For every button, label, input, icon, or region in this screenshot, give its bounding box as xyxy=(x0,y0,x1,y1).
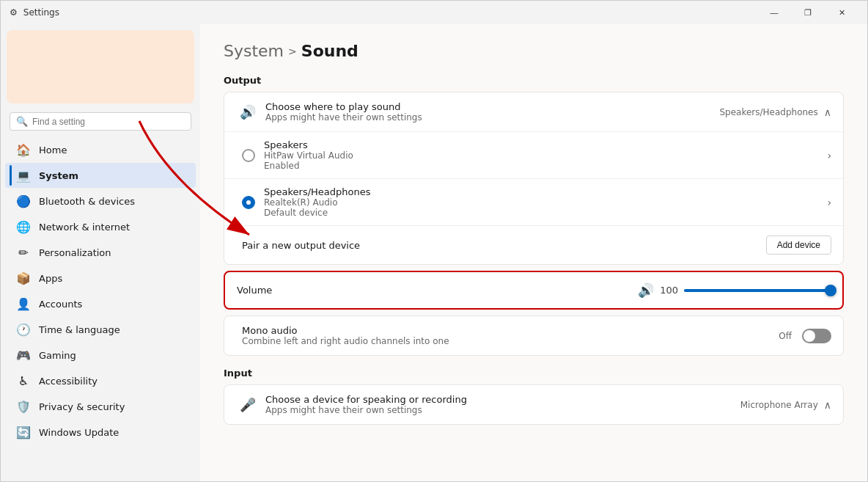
volume-controls: 🔊 100 xyxy=(638,282,831,298)
volume-slider[interactable] xyxy=(684,289,831,292)
sidebar-item-update-label: Windows Update xyxy=(39,427,119,438)
maximize-button[interactable]: ❐ xyxy=(791,1,825,24)
sidebar-item-accounts[interactable]: 👤 Accounts xyxy=(5,291,196,316)
home-icon: 🏠 xyxy=(17,143,30,156)
titlebar-controls: — ❐ ✕ xyxy=(757,1,858,24)
choose-input-content: Choose a device for speaking or recordin… xyxy=(265,394,740,415)
search-bar[interactable]: 🔍 xyxy=(10,112,191,131)
sidebar-nav: 🏠 Home 💻 System 🔵 Bluetooth & devices 🌐 … xyxy=(1,136,200,445)
sidebar-item-update[interactable]: 🔄 Windows Update xyxy=(5,420,196,445)
breadcrumb-separator: > xyxy=(288,45,297,57)
search-icon: 🔍 xyxy=(16,116,28,127)
update-icon: 🔄 xyxy=(17,426,30,439)
sidebar-item-home-label: Home xyxy=(39,145,67,156)
sidebar-item-network[interactable]: 🌐 Network & internet xyxy=(5,214,196,239)
microphone-icon: 🎤 xyxy=(236,397,260,412)
sidebar-item-home[interactable]: 🏠 Home xyxy=(5,137,196,162)
choose-output-content: Choose where to play sound Apps might ha… xyxy=(265,101,719,123)
sidebar-item-personalization[interactable]: ✏️ Personalization xyxy=(5,240,196,265)
close-button[interactable]: ✕ xyxy=(825,1,858,24)
choose-output-sublabel: Apps might have their own settings xyxy=(265,112,719,123)
input-chevron-up-icon: ∧ xyxy=(824,399,831,411)
sidebar-item-apps[interactable]: 📦 Apps xyxy=(5,266,196,291)
choose-output-row[interactable]: 🔊 Choose where to play sound Apps might … xyxy=(224,92,843,132)
sidebar-item-accounts-label: Accounts xyxy=(39,299,82,310)
sidebar-item-accessibility[interactable]: ♿ Accessibility xyxy=(5,368,196,393)
sidebar-item-system[interactable]: 💻 System xyxy=(5,163,196,188)
choose-input-sublabel: Apps might have their own settings xyxy=(265,405,740,415)
choose-input-row[interactable]: 🎤 Choose a device for speaking or record… xyxy=(224,385,843,424)
minimize-button[interactable]: — xyxy=(757,1,791,24)
profile-card xyxy=(7,30,194,103)
apps-icon: 📦 xyxy=(17,271,30,285)
privacy-icon: 🛡️ xyxy=(17,400,30,413)
sidebar-item-time[interactable]: 🕐 Time & language xyxy=(5,317,196,342)
sidebar-item-privacy[interactable]: 🛡️ Privacy & security xyxy=(5,394,196,419)
output-section-title: Output xyxy=(224,75,844,86)
choose-output-value: Speakers/Headphones ∧ xyxy=(719,106,831,118)
speakers-headphones-chevron-icon: › xyxy=(827,197,831,208)
input-section-title: Input xyxy=(224,368,844,379)
sidebar-item-gaming[interactable]: 🎮 Gaming xyxy=(5,343,196,368)
add-device-button[interactable]: Add device xyxy=(766,235,831,255)
choose-input-label: Choose a device for speaking or recordin… xyxy=(265,394,740,405)
content-area: 🔍 🏠 Home 💻 System 🔵 Bluetooth & devices xyxy=(1,24,867,481)
input-card: 🎤 Choose a device for speaking or record… xyxy=(224,384,844,425)
speakers-radio[interactable] xyxy=(242,149,255,162)
accounts-icon: 👤 xyxy=(17,297,30,310)
settings-window: ⚙ Settings — ❐ ✕ 🔍 🏠 Home 💻 xyxy=(0,0,868,482)
pair-device-row: Pair a new output device Add device xyxy=(224,226,843,264)
system-icon: 💻 xyxy=(17,169,30,182)
choose-output-selected: Speakers/Headphones xyxy=(719,107,817,117)
volume-label: Volume xyxy=(237,285,281,296)
volume-slider-fill xyxy=(684,289,831,292)
toggle-knob xyxy=(803,330,815,342)
titlebar: ⚙ Settings — ❐ ✕ xyxy=(1,1,867,24)
speakers-headphones-content: Speakers/Headphones Realtek(R) Audio Def… xyxy=(264,186,818,218)
bluetooth-icon: 🔵 xyxy=(17,194,30,208)
sidebar: 🔍 🏠 Home 💻 System 🔵 Bluetooth & devices xyxy=(1,24,200,481)
mono-audio-toggle-label: Off xyxy=(779,331,792,341)
sidebar-item-system-label: System xyxy=(39,170,78,181)
titlebar-left: ⚙ Settings xyxy=(10,7,59,18)
sidebar-item-time-label: Time & language xyxy=(39,324,120,335)
network-icon: 🌐 xyxy=(17,220,30,233)
main-content: System > Sound Output 🔊 Choose where to … xyxy=(200,24,867,481)
settings-icon: ⚙ xyxy=(10,7,18,18)
speakers-sublabel: HitPaw Virtual Audio Enabled xyxy=(264,150,818,171)
accessibility-icon: ♿ xyxy=(17,374,30,387)
speakers-headphones-option[interactable]: Speakers/Headphones Realtek(R) Audio Def… xyxy=(224,179,843,226)
mono-audio-content: Mono audio Combine left and right audio … xyxy=(242,325,779,346)
volume-value: 100 xyxy=(660,285,678,296)
sidebar-item-bluetooth[interactable]: 🔵 Bluetooth & devices xyxy=(5,189,196,213)
choose-input-selected: Microphone Array xyxy=(740,400,818,410)
mono-audio-toggle[interactable] xyxy=(802,329,831,343)
mono-audio-label: Mono audio xyxy=(242,325,779,336)
speakers-chevron-icon: › xyxy=(827,150,831,161)
speaker-icon: 🔊 xyxy=(236,104,260,120)
speakers-label: Speakers xyxy=(264,139,818,150)
speakers-content: Speakers HitPaw Virtual Audio Enabled xyxy=(264,139,818,171)
sidebar-item-accessibility-label: Accessibility xyxy=(39,376,98,387)
sidebar-item-gaming-label: Gaming xyxy=(39,350,76,361)
speakers-headphones-label: Speakers/Headphones xyxy=(264,186,818,197)
output-card: 🔊 Choose where to play sound Apps might … xyxy=(224,92,844,265)
volume-slider-thumb[interactable] xyxy=(825,285,836,296)
choose-output-label: Choose where to play sound xyxy=(265,101,719,112)
sidebar-item-network-label: Network & internet xyxy=(39,222,130,233)
pair-device-content: Pair a new output device xyxy=(242,240,766,251)
sidebar-item-apps-label: Apps xyxy=(39,273,62,284)
time-icon: 🕐 xyxy=(17,323,30,336)
sidebar-item-privacy-label: Privacy & security xyxy=(39,401,125,412)
sidebar-item-personalization-label: Personalization xyxy=(39,247,111,258)
speakers-option[interactable]: Speakers HitPaw Virtual Audio Enabled › xyxy=(224,132,843,179)
mono-audio-sublabel: Combine left and right audio channels in… xyxy=(242,336,779,346)
personalization-icon: ✏️ xyxy=(17,246,30,259)
choose-input-value: Microphone Array ∧ xyxy=(740,399,831,411)
breadcrumb: System > Sound xyxy=(224,42,844,60)
speakers-headphones-radio[interactable] xyxy=(242,196,255,209)
search-input[interactable] xyxy=(32,117,185,127)
window-title: Settings xyxy=(23,7,59,18)
pair-device-label: Pair a new output device xyxy=(242,240,766,251)
volume-icon: 🔊 xyxy=(638,282,654,298)
